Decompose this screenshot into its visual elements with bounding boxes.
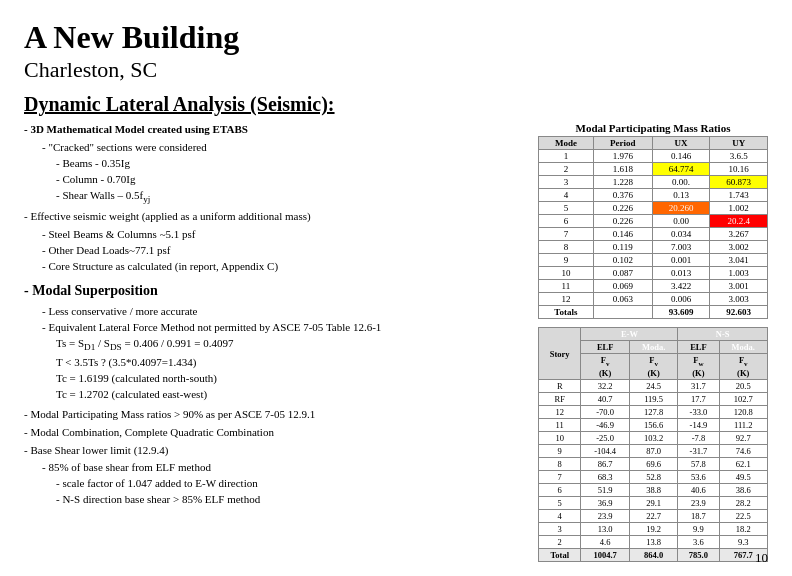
modal-cell: Totals <box>539 306 594 319</box>
story-cell: -25.0 <box>581 431 629 444</box>
story-cell: 22.7 <box>629 509 677 522</box>
story-cell: 68.3 <box>581 470 629 483</box>
story-cell: 29.1 <box>629 496 677 509</box>
story-row: Total1004.7864.0785.0767.7 <box>539 548 768 561</box>
story-cell: 102.7 <box>719 392 767 405</box>
modal-cell: 0.146 <box>593 228 652 241</box>
modal-cell: 0.063 <box>593 293 652 306</box>
story-cell: 92.7 <box>719 431 767 444</box>
story-cell: RF <box>539 392 581 405</box>
story-table: Story E-W N-S ELF Moda. ELF Moda. Fv(K) <box>538 327 768 562</box>
story-cell: 20.5 <box>719 379 767 392</box>
modal-cell: 0.226 <box>593 202 652 215</box>
story-cell: 111.2 <box>719 418 767 431</box>
item1-label: - 3D Mathematical Model created using ET… <box>24 123 248 135</box>
modal-cell: 0.001 <box>652 254 710 267</box>
story-cell: 4.6 <box>581 535 629 548</box>
story-cell: 3.6 <box>678 535 719 548</box>
story-cell: 18.7 <box>678 509 719 522</box>
modal-cell: 4 <box>539 189 594 202</box>
modal-cell: 1.618 <box>593 163 652 176</box>
elf-not-permitted: - Equivalent Lateral Force Method not pe… <box>42 320 522 336</box>
story-cell: 57.8 <box>678 457 719 470</box>
story-cell: 23.9 <box>678 496 719 509</box>
story-cell: 9 <box>539 444 581 457</box>
story-cell: 53.6 <box>678 470 719 483</box>
story-cell: 13.0 <box>581 522 629 535</box>
elf-ns: ELF <box>678 341 719 354</box>
story-cell: 127.8 <box>629 405 677 418</box>
modal-cell: 7 <box>539 228 594 241</box>
story-row: R32.224.531.720.5 <box>539 379 768 392</box>
modal-cell <box>593 306 652 319</box>
modal-superposition-label: - Modal Superposition <box>24 281 522 301</box>
story-cell: 52.8 <box>629 470 677 483</box>
modal-cell: 1 <box>539 150 594 163</box>
story-row: 886.769.657.862.1 <box>539 457 768 470</box>
story-cell: 5 <box>539 496 581 509</box>
ew-header: E-W <box>581 328 678 341</box>
fv-ns-k: Fv(K) <box>719 354 767 380</box>
tc-ns: Tc = 1.6199 (calculated north-south) <box>56 371 522 387</box>
story-cell: 17.7 <box>678 392 719 405</box>
modal-cell: 8 <box>539 241 594 254</box>
base-shear-limit: - Base Shear lower limit (12.9.4) <box>24 443 522 459</box>
story-cell: 12 <box>539 405 581 418</box>
modal-cell: 0.13 <box>652 189 710 202</box>
modal-cell: 3.422 <box>652 280 710 293</box>
modal-cell: 3.001 <box>710 280 768 293</box>
story-cell: 18.2 <box>719 522 767 535</box>
story-cell: 864.0 <box>629 548 677 561</box>
story-cell: 38.6 <box>719 483 767 496</box>
story-cell: 22.5 <box>719 509 767 522</box>
story-row: 24.613.83.69.3 <box>539 535 768 548</box>
story-cell: 4 <box>539 509 581 522</box>
modal-ns: Moda. <box>719 341 767 354</box>
story-cell: -7.8 <box>678 431 719 444</box>
story-col: Story <box>539 328 581 380</box>
modal-cell: 10.16 <box>710 163 768 176</box>
story-cell: 103.2 <box>629 431 677 444</box>
85pct-base-shear: - 85% of base shear from ELF method <box>42 460 522 476</box>
cracked-sections: - "Cracked" sections were considered <box>42 140 522 156</box>
col-uy: UY <box>710 137 768 150</box>
story-cell: 6 <box>539 483 581 496</box>
col-mode: Mode <box>539 137 594 150</box>
elf-ew: ELF <box>581 341 629 354</box>
right-column: Modal Participating Mass Ratios Mode Per… <box>538 122 768 562</box>
story-cell: 86.7 <box>581 457 629 470</box>
modal-cell: 11 <box>539 280 594 293</box>
story-cell: 49.5 <box>719 470 767 483</box>
col-period: Period <box>593 137 652 150</box>
modal-table-title: Modal Participating Mass Ratios <box>538 122 768 134</box>
modal-cell: 3.002 <box>710 241 768 254</box>
ns-base-shear: - N-S direction base shear > 85% ELF met… <box>56 492 522 508</box>
fw-ns-k: Fw(K) <box>678 354 719 380</box>
modal-cell: 0.034 <box>652 228 710 241</box>
story-cell: 31.7 <box>678 379 719 392</box>
modal-cell: 92.603 <box>710 306 768 319</box>
slide-subtitle: Charleston, SC <box>24 57 768 83</box>
story-row: 768.352.853.649.5 <box>539 470 768 483</box>
modal-cell: 20.260 <box>652 202 710 215</box>
modal-cell: 2 <box>539 163 594 176</box>
story-row: 12-70.0127.8-33.0120.8 <box>539 405 768 418</box>
modal-cell: 0.102 <box>593 254 652 267</box>
modal-cell: 0.069 <box>593 280 652 293</box>
story-cell: 9.3 <box>719 535 767 548</box>
story-cell: 3 <box>539 522 581 535</box>
ts-calc: Ts = SD1 / SDS = 0.406 / 0.991 = 0.4097 <box>56 336 522 354</box>
modal-cell: 7.003 <box>652 241 710 254</box>
less-conservative: - Less conservative / more accurate <box>42 304 522 320</box>
modal-cell: 0.087 <box>593 267 652 280</box>
seismic-weight: - Effective seismic weight (applied as a… <box>24 209 522 225</box>
ns-header: N-S <box>678 328 768 341</box>
story-cell: -14.9 <box>678 418 719 431</box>
t-check: T < 3.5Ts ? (3.5*0.4097=1.434) <box>56 355 522 371</box>
story-cell: 62.1 <box>719 457 767 470</box>
story-row: 10-25.0103.2-7.892.7 <box>539 431 768 444</box>
modal-cell: 12 <box>539 293 594 306</box>
fv-ew-k: Fv(K) <box>581 354 629 380</box>
story-cell: 120.8 <box>719 405 767 418</box>
story-cell: 38.8 <box>629 483 677 496</box>
